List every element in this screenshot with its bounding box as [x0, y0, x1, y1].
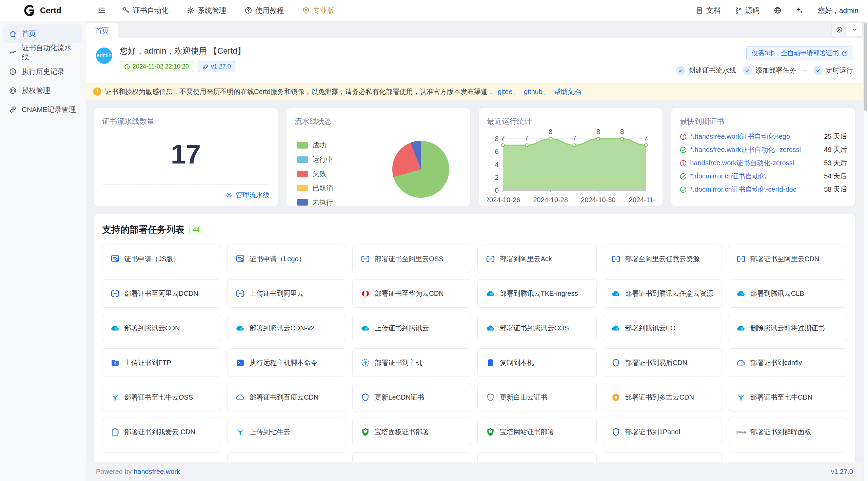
task-card[interactable]: 部署到腾讯云CLB [728, 279, 847, 308]
task-icon [736, 254, 746, 264]
task-card[interactable]: 上传证书到阿里云 [227, 279, 346, 308]
svg-text:4: 4 [495, 160, 499, 168]
task-card[interactable]: 部署到腾讯云TKE-ingress [477, 279, 596, 308]
legend-item[interactable]: 已取消 [297, 184, 333, 193]
legend-item[interactable]: 失败 [297, 169, 333, 178]
task-label: 宝塔网站证书部署 [500, 427, 554, 437]
task-label: 部署到腾讯云CDN [124, 324, 180, 333]
expiring-cert-row: *.docmirror.cn证书自动化-certd-doc 58 天后 [679, 185, 847, 194]
notice-link[interactable]: 帮助文档 [554, 87, 581, 96]
task-card[interactable]: 部署证书至七牛CDN [728, 383, 847, 411]
cert-name-link[interactable]: handsfree.work证书自动化-zerossl [690, 158, 821, 168]
task-card[interactable]: 删除腾讯云即将过期证书 [728, 314, 847, 342]
task-card[interactable]: 部署证书至七牛云OSS [102, 383, 221, 411]
pipeline-count-value: 17 [94, 127, 278, 182]
task-icon [111, 324, 120, 333]
cert-name-link[interactable]: *.docmirror.cn证书自动化 [690, 172, 821, 181]
time-badge-text: 2024-11-02 22:10:20 [133, 63, 189, 70]
task-card[interactable]: 部署证书至阿里云DCDN [102, 279, 221, 308]
task-card[interactable]: 部署证书到多吉云CDN [603, 383, 722, 411]
sidebar-item[interactable]: 证书自动化流水线 [3, 43, 82, 62]
handsfree-link[interactable]: handsfree.work [134, 468, 180, 476]
task-card[interactable]: 宝塔面板证书部署 [352, 418, 471, 446]
user-greeting[interactable]: 您好，admin [818, 6, 859, 15]
sidebar-item[interactable]: 授权管理 [3, 81, 82, 100]
legend-swatch [297, 171, 308, 177]
task-label: 复制到本机 [500, 358, 534, 367]
header-nav-item[interactable]: 证书自动化 [122, 6, 169, 15]
task-card[interactable]: 上传到七牛云 [227, 418, 346, 446]
header-nav-item[interactable]: 专业版 [302, 6, 334, 15]
task-card[interactable]: 上传证书到腾讯云 [352, 314, 471, 342]
task-card[interactable]: 上传证书到FTP [102, 348, 221, 377]
legend-label: 成功 [313, 141, 326, 150]
cert-name-link[interactable]: *.docmirror.cn证书自动化-certd-doc [690, 185, 821, 194]
task-card[interactable]: 部署证书到腾讯云任意云资源 [603, 279, 722, 308]
notice-link[interactable]: gitee、 [498, 87, 519, 96]
task-card[interactable]: 部署证书到群晖面板 [728, 418, 847, 446]
task-card[interactable]: 部署证书到cdnfly [728, 348, 847, 377]
certd-dashboard: Certd 证书自动化 系统管理 使用教程 [0, 0, 868, 481]
sidebar-item[interactable]: 首页 [3, 24, 82, 43]
notice-link[interactable]: github、 [524, 87, 549, 96]
pipeline-status-card: 流水线状态 成功 运行中 [287, 108, 470, 206]
circle-close-icon [836, 26, 843, 33]
tab-menu-button[interactable] [847, 23, 863, 36]
task-icon [736, 289, 746, 298]
close-tabs-button[interactable] [831, 23, 847, 36]
header-link[interactable]: 源码 [735, 6, 760, 15]
task-card[interactable]: 宝塔网站证书部署 [477, 418, 596, 446]
legend-item[interactable]: 未执行 [297, 198, 333, 206]
step-create-pipeline[interactable]: 创建证书流水线 [676, 66, 736, 75]
manage-pipelines-link[interactable]: 管理流水线 [102, 184, 270, 206]
cert-name-link[interactable]: *.handsfree.work证书自动化--zerossl [690, 145, 821, 154]
theme-sparkles-button[interactable] [796, 6, 804, 14]
task-card[interactable]: 部署到腾讯云EO [603, 314, 722, 342]
task-card[interactable]: 部署到腾讯云CDN [102, 314, 221, 342]
quick-start-badge[interactable]: 仅需3步，全自动申请部署证书 [746, 46, 853, 60]
sidebar-item[interactable]: CNAME记录管理 [3, 100, 82, 119]
task-card[interactable]: 部署证书到腾讯云COS [477, 314, 596, 342]
tab-home[interactable]: 首页 [86, 23, 118, 38]
task-card[interactable]: 部署证书至华为云CDN [352, 279, 471, 308]
step-add-deploy-task[interactable]: 添加部署任务 [743, 66, 796, 75]
header-link-icon [696, 7, 703, 14]
task-card[interactable]: 部署至阿里云任意云资源 [603, 245, 722, 273]
language-globe-button[interactable] [774, 6, 782, 14]
task-card[interactable]: 部署证书到主机 [352, 348, 471, 377]
task-card[interactable]: 部署到阿里云Ack [477, 245, 596, 273]
task-card[interactable]: 部署到腾讯云CDN-v2 [227, 314, 346, 342]
gear-icon [225, 192, 233, 199]
task-label: 证书申请（Lego） [250, 254, 305, 264]
legend-item[interactable]: 成功 [297, 141, 333, 150]
task-card[interactable]: 部署证书到易盾CDN [603, 348, 722, 377]
task-card[interactable]: 更新白山云证书 [477, 383, 596, 411]
powered-by-text: Powered by [96, 468, 132, 476]
task-label: 证书申请（JS版） [124, 254, 180, 264]
cert-name-link[interactable]: *.handsfree.work证书自动化-lego [690, 132, 821, 141]
task-icon [611, 254, 620, 264]
task-card[interactable]: 执行远程主机脚本命令 [227, 348, 346, 377]
globe-icon [774, 6, 782, 14]
sidebar-item-label: 证书自动化流水线 [22, 43, 77, 62]
task-card[interactable]: 更新LeCDN证书 [352, 383, 471, 411]
task-card[interactable]: 部署证书到百度云CDN [227, 383, 346, 411]
header-nav-item[interactable]: 系统管理 [187, 6, 226, 15]
header-link[interactable]: 文档 [696, 6, 721, 15]
sidebar-item[interactable]: 执行历史记录 [3, 62, 82, 81]
task-icon [111, 393, 120, 402]
sidebar-collapse-button[interactable] [97, 6, 106, 15]
task-card[interactable]: 证书申请（Lego） [227, 245, 346, 273]
task-card[interactable]: 部署证书到我爱云 CDN [102, 418, 221, 446]
step-scheduled-run[interactable]: 定时运行 [813, 66, 853, 75]
task-card[interactable]: 复制到本机 [477, 348, 596, 377]
legend-item[interactable]: 运行中 [297, 155, 333, 164]
header-nav-item[interactable]: 使用教程 [244, 6, 284, 15]
task-card[interactable]: 部署证书到1Panel [603, 418, 722, 446]
task-card[interactable]: 部署证书至阿里云CDN [728, 245, 847, 273]
clock-icon [124, 64, 130, 70]
legend-label: 运行中 [313, 155, 333, 164]
task-card[interactable]: 证书申请（JS版） [102, 245, 221, 273]
scrollbar-thumb[interactable] [864, 22, 867, 111]
task-card[interactable]: 部署证书至阿里云OSS [352, 245, 471, 273]
